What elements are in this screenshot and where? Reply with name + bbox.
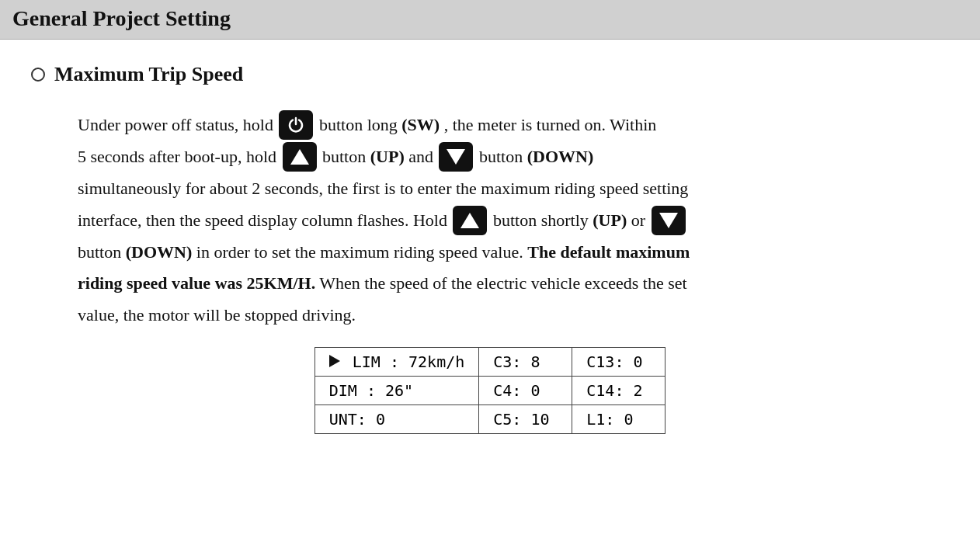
- power-button[interactable]: [279, 110, 313, 140]
- text-p3: simultaneously for about 2 seconds, the …: [78, 179, 688, 198]
- paragraph-2: 5 seconds after boot-up, hold button (UP…: [78, 141, 949, 173]
- lim-value: LIM : 72km/h: [353, 352, 465, 371]
- text-p4-1: interface, then the speed display column…: [78, 210, 451, 230]
- text-p1-1: Under power off status, hold: [78, 115, 277, 134]
- section-title: Maximum Trip Speed: [54, 63, 243, 86]
- text-p2-1: 5 seconds after boot-up, hold: [78, 147, 281, 166]
- page-title: General Project Setting: [12, 6, 231, 30]
- text-p5-1: button: [78, 242, 126, 262]
- table-cell-dim: DIM : 26": [315, 376, 479, 404]
- up-button-1[interactable]: [283, 142, 317, 172]
- settings-table: LIM : 72km/h C3: 8 C13: 0 DIM : 26" C4: …: [315, 347, 666, 434]
- text-p4-3: or: [631, 210, 650, 230]
- text-p1-2: button long: [319, 115, 401, 134]
- text-p1-sw: (SW): [401, 115, 440, 134]
- table-container: LIM : 72km/h C3: 8 C13: 0 DIM : 26" C4: …: [31, 347, 949, 434]
- table-cell-c5: C5: 10: [479, 404, 572, 433]
- paragraph-3: simultaneously for about 2 seconds, the …: [78, 173, 949, 205]
- table-cell-unt: UNT: 0: [315, 404, 479, 433]
- paragraph-6: riding speed value was 25KM/H. When the …: [78, 268, 949, 300]
- paragraph-5: button (DOWN) in order to set the maximu…: [78, 237, 949, 269]
- text-p2-down: (DOWN): [527, 147, 594, 166]
- paragraph-1: Under power off status, hold button long…: [78, 109, 949, 141]
- text-p2-2: button: [322, 147, 370, 166]
- text-p1-3: , the meter is turned on. Within: [444, 115, 657, 134]
- content-area: Maximum Trip Speed Under power off statu…: [0, 40, 980, 450]
- section-title-row: Maximum Trip Speed: [31, 63, 949, 86]
- text-p2-up: (UP): [370, 147, 405, 166]
- table-row-3: UNT: 0 C5: 10 L1: 0: [315, 404, 665, 433]
- text-p2-3: and: [408, 147, 437, 166]
- text-p5-down: (DOWN): [126, 242, 193, 262]
- play-arrow-icon: [329, 355, 340, 367]
- up-button-2[interactable]: [453, 206, 487, 235]
- down-button-1[interactable]: [439, 142, 473, 172]
- table-cell-c3: C3: 8: [479, 347, 572, 376]
- table-cell-c14: C14: 2: [572, 376, 665, 404]
- header: General Project Setting: [0, 0, 980, 40]
- up-triangle-icon-1: [290, 149, 309, 165]
- up-triangle-icon-2: [460, 213, 479, 228]
- down-triangle-icon-2: [659, 213, 678, 228]
- paragraph-4: interface, then the speed display column…: [78, 205, 949, 237]
- text-p2-4: button: [479, 147, 527, 166]
- text-p7: value, the motor will be stopped driving…: [78, 305, 356, 325]
- text-p5-bold: The default maximum: [527, 242, 690, 262]
- text-p4-2: button shortly: [493, 210, 593, 230]
- paragraph-7: value, the motor will be stopped driving…: [78, 300, 949, 332]
- text-p6-2: When the speed of the electric vehicle e…: [319, 273, 686, 293]
- table-cell-c4: C4: 0: [479, 376, 572, 404]
- table-cell-l1: L1: 0: [572, 404, 665, 433]
- table-row-1: LIM : 72km/h C3: 8 C13: 0: [315, 347, 665, 376]
- down-button-2[interactable]: [652, 206, 686, 235]
- down-triangle-icon-1: [447, 149, 465, 165]
- table-cell-lim: LIM : 72km/h: [315, 347, 479, 376]
- table-row-2: DIM : 26" C4: 0 C14: 2: [315, 376, 665, 404]
- text-p5-2: in order to set the maximum riding speed…: [196, 242, 527, 262]
- power-icon: [287, 116, 304, 134]
- table-cell-c13: C13: 0: [572, 347, 665, 376]
- text-p6-bold: riding speed value was 25KM/H.: [78, 273, 315, 293]
- text-p4-up: (UP): [593, 210, 627, 230]
- radio-icon: [31, 68, 45, 82]
- body-text: Under power off status, hold button long…: [31, 109, 949, 332]
